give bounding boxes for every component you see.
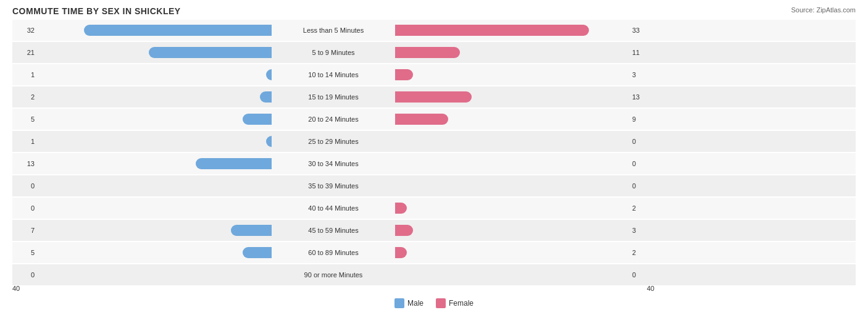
male-value: 13	[12, 160, 37, 167]
legend: Male Female	[12, 298, 856, 308]
right-bar-container	[395, 180, 630, 191]
male-bar	[149, 47, 272, 58]
right-bar-container	[395, 47, 630, 58]
chart-row: 7 45 to 59 Minutes 3	[12, 220, 856, 241]
male-value: 7	[12, 227, 37, 234]
left-bar-container	[37, 69, 272, 80]
left-bar-container	[37, 269, 272, 280]
row-label: Less than 5 Minutes	[272, 27, 395, 34]
right-bar-container	[395, 269, 630, 280]
right-bar-container	[395, 25, 630, 36]
male-bar	[231, 225, 272, 236]
left-bar-container	[37, 158, 272, 169]
female-value: 0	[630, 160, 654, 167]
female-value: 3	[630, 227, 654, 234]
male-bar	[243, 114, 272, 125]
female-value: 33	[630, 27, 654, 34]
right-bar-container	[395, 91, 630, 103]
row-label: 5 to 9 Minutes	[272, 49, 395, 56]
row-label: 90 or more Minutes	[272, 271, 395, 279]
male-value: 32	[12, 27, 37, 34]
female-value: 0	[630, 182, 654, 190]
legend-female: Female	[436, 298, 474, 308]
left-bar-container	[37, 136, 272, 147]
male-value: 0	[12, 182, 37, 190]
left-bar-container	[37, 225, 272, 236]
chart-row: 1 10 to 14 Minutes 3	[12, 64, 856, 85]
female-bar	[395, 247, 407, 258]
chart-row: 21 5 to 9 Minutes 11	[12, 42, 856, 63]
female-value: 11	[630, 49, 654, 56]
row-label: 20 to 24 Minutes	[272, 115, 395, 123]
male-swatch	[394, 298, 404, 308]
right-bar-container	[395, 203, 630, 214]
female-value: 13	[630, 93, 654, 101]
male-bar	[266, 69, 272, 80]
chart-row: 0 90 or more Minutes 0	[12, 264, 856, 285]
female-value: 2	[630, 249, 654, 256]
male-value: 0	[12, 204, 37, 212]
chart-row: 1 25 to 29 Minutes 0	[12, 131, 856, 152]
female-bar	[395, 225, 413, 236]
male-bar	[84, 25, 272, 36]
female-bar	[395, 25, 589, 36]
chart-title: COMMUTE TIME BY SEX IN SHICKLEY	[12, 6, 856, 16]
row-label: 35 to 39 Minutes	[272, 182, 395, 190]
right-bar-container	[395, 69, 630, 80]
right-bar-container	[395, 247, 630, 258]
row-label: 15 to 19 Minutes	[272, 93, 395, 101]
female-swatch	[436, 298, 446, 308]
male-bar	[260, 91, 272, 103]
left-bar-container	[37, 114, 272, 125]
row-label: 30 to 34 Minutes	[272, 160, 395, 167]
male-label: Male	[407, 299, 424, 308]
left-bar-container	[37, 47, 272, 58]
row-label: 25 to 29 Minutes	[272, 138, 395, 145]
axis-right-label: 40	[395, 285, 654, 292]
chart-row: 32 Less than 5 Minutes 33	[12, 20, 856, 41]
left-bar-container	[37, 25, 272, 36]
male-bar	[266, 136, 272, 147]
row-label: 60 to 89 Minutes	[272, 249, 395, 256]
male-value: 1	[12, 138, 37, 145]
female-value: 3	[630, 71, 654, 78]
chart-row: 13 30 to 34 Minutes 0	[12, 153, 856, 174]
male-bar	[196, 158, 272, 169]
chart-area: 32 Less than 5 Minutes 33 21 5 to 9 Minu…	[12, 20, 856, 281]
female-label: Female	[449, 299, 474, 308]
female-value: 9	[630, 115, 654, 123]
axis-left-label: 40	[12, 285, 272, 292]
chart-row: 0 35 to 39 Minutes 0	[12, 175, 856, 196]
right-bar-container	[395, 158, 630, 169]
row-label: 40 to 44 Minutes	[272, 204, 395, 212]
chart-row: 5 20 to 24 Minutes 9	[12, 109, 856, 130]
female-value: 0	[630, 138, 654, 145]
left-bar-container	[37, 247, 272, 258]
source-text: Source: ZipAtlas.com	[791, 6, 856, 14]
male-value: 1	[12, 71, 37, 78]
female-bar	[395, 114, 448, 125]
row-label: 10 to 14 Minutes	[272, 71, 395, 78]
male-value: 2	[12, 93, 37, 101]
male-bar	[243, 247, 272, 258]
female-bar	[395, 203, 407, 214]
female-value: 2	[630, 204, 654, 212]
left-bar-container	[37, 91, 272, 103]
left-bar-container	[37, 203, 272, 214]
chart-container: COMMUTE TIME BY SEX IN SHICKLEY Source: …	[0, 0, 868, 323]
chart-row: 2 15 to 19 Minutes 13	[12, 86, 856, 107]
chart-row: 5 60 to 89 Minutes 2	[12, 242, 856, 263]
chart-row: 0 40 to 44 Minutes 2	[12, 198, 856, 219]
female-bar	[395, 69, 413, 80]
left-bar-container	[37, 180, 272, 191]
male-value: 5	[12, 249, 37, 256]
male-value: 21	[12, 49, 37, 56]
row-label: 45 to 59 Minutes	[272, 227, 395, 234]
male-value: 5	[12, 115, 37, 123]
male-value: 0	[12, 271, 37, 279]
female-value: 0	[630, 271, 654, 279]
female-bar	[395, 91, 472, 103]
right-bar-container	[395, 114, 630, 125]
right-bar-container	[395, 136, 630, 147]
right-bar-container	[395, 225, 630, 236]
